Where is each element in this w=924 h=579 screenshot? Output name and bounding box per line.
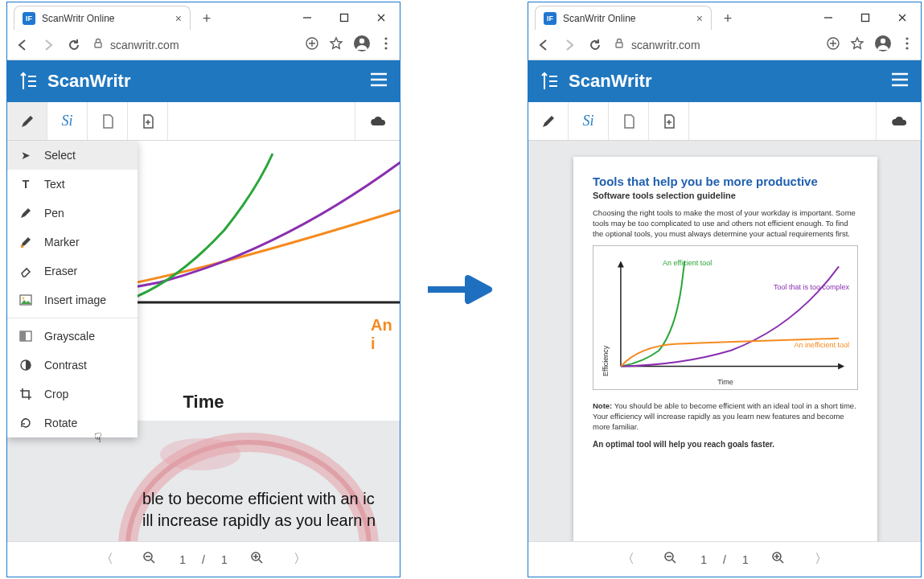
dropdown-item-rotate[interactable]: Rotate [7,409,138,437]
tool-page-button[interactable] [609,102,649,140]
tool-add-page-button[interactable] [128,102,168,140]
tool-signature-button[interactable]: Si [47,102,88,140]
page-prev-button[interactable]: 〈 [94,548,120,571]
address-bar: scanwritr.com [528,30,921,60]
page-next-button[interactable]: 〉 [287,548,313,571]
kebab-menu-icon[interactable] [901,36,913,54]
image-icon [18,294,33,306]
profile-avatar-icon[interactable] [353,35,371,55]
svg-point-7 [384,42,387,44]
toolbar: Si [528,102,921,141]
url-text: scanwritr.com [631,39,700,51]
page-prev-button[interactable]: 〈 [615,548,641,571]
doc-intro: Choosing the right tools to make the mos… [593,208,858,239]
page-current: 1 [700,553,707,566]
tool-edit-button[interactable] [528,102,569,140]
tool-edit-button[interactable] [7,102,47,140]
svg-point-12 [160,438,240,470]
document-canvas[interactable]: An i Time ble to become efficient with a… [7,141,400,541]
hamburger-menu-icon[interactable] [890,72,910,91]
eraser-icon [18,265,33,277]
tool-page-button[interactable] [88,102,128,140]
dropdown-item-marker[interactable]: Marker [7,228,138,257]
bookmark-star-icon[interactable] [329,36,343,54]
arrow-icon [426,273,499,309]
page-next-button[interactable]: 〉 [808,548,834,571]
svg-rect-1 [341,14,348,22]
new-tab-button[interactable]: + [717,7,739,30]
doc-optimal: An optimal tool will help you reach goal… [593,439,858,450]
svg-point-27 [906,42,908,44]
url-field[interactable]: scanwritr.com [614,38,815,51]
doc-note: Note: You should be able to become effic… [593,401,858,432]
zoom-plus-icon[interactable] [305,36,319,54]
doc-title: Tools that help you be more productive [593,175,858,188]
profile-avatar-icon[interactable] [874,35,892,55]
page-total: 1 [221,553,228,566]
chart-label-complex: Tool that is too complex [774,283,849,291]
app-brand: ScanWritr [47,71,131,92]
window-minimize-button[interactable] [810,6,847,30]
dropdown-item-eraser[interactable]: Eraser [7,257,138,285]
dropdown-item-grayscale[interactable]: Grayscale [7,322,138,351]
zoom-in-button[interactable] [765,548,792,572]
browser-tab[interactable]: IF ScanWritr Online × [535,6,712,30]
page-sep: / [202,553,205,566]
cloud-upload-button[interactable] [876,102,921,140]
window-maximize-button[interactable] [326,6,363,30]
svg-point-28 [906,47,908,49]
nav-forward-button[interactable] [41,38,55,52]
zoom-in-button[interactable] [244,548,271,572]
hamburger-menu-icon[interactable] [369,72,388,91]
app-header: ScanWritr [528,60,921,102]
url-field[interactable]: scanwritr.com [92,38,294,51]
svg-rect-22 [616,43,622,47]
svg-point-25 [881,38,885,43]
nav-back-button[interactable] [536,38,551,52]
pager: 〈 1 / 1 〉 [528,541,921,577]
favicon-icon: IF [23,12,35,25]
dropdown-item-contrast[interactable]: Contrast [7,351,138,380]
browser-tab[interactable]: IF ScanWritr Online × [14,6,191,30]
pager: 〈 1 / 1 〉 [7,541,400,577]
tab-title: ScanWritr Online [563,13,690,24]
tool-signature-button[interactable]: Si [569,102,609,140]
dropdown-item-insert-image[interactable]: Insert image [7,285,138,314]
tool-add-page-button[interactable] [649,102,689,140]
chart-label-efficient: An efficient tool [663,259,712,267]
chart-ylabel: Efficiency [600,254,611,376]
page-sep: / [723,553,726,566]
pen-icon [18,207,33,220]
nav-back-button[interactable] [15,38,30,52]
dropdown-item-pen[interactable]: Pen [7,199,138,228]
rotate-icon [18,417,33,429]
tab-close-icon[interactable]: × [175,12,182,25]
new-tab-button[interactable]: + [195,7,218,30]
window-minimize-button[interactable] [289,6,326,30]
dropdown-item-crop[interactable]: Crop [7,380,138,409]
cursor-icon: ➤ [18,149,33,162]
svg-rect-2 [95,43,101,47]
page-total: 1 [742,553,749,566]
tab-close-icon[interactable]: × [696,12,703,25]
page-current: 1 [179,553,186,566]
nav-reload-button[interactable] [67,38,81,52]
window-close-button[interactable] [363,6,400,30]
window-close-button[interactable] [884,6,921,30]
dropdown-item-select[interactable]: ➤Select [7,141,138,170]
kebab-menu-icon[interactable] [380,36,392,54]
url-text: scanwritr.com [110,39,179,51]
dropdown-item-text[interactable]: TText [7,170,138,199]
chart-label-inefficient: An inefficient tool [795,341,849,349]
nav-reload-button[interactable] [588,38,602,52]
zoom-out-button[interactable] [136,548,163,572]
zoom-out-button[interactable] [657,548,684,572]
window-maximize-button[interactable] [847,6,884,30]
document-canvas[interactable]: Tools that help you be more productive S… [528,141,921,541]
zoom-plus-icon[interactable] [826,36,840,54]
bookmark-star-icon[interactable] [850,36,864,54]
nav-forward-button[interactable] [562,38,577,52]
cloud-upload-button[interactable] [355,102,400,140]
svg-point-8 [384,47,387,49]
dropdown-separator [7,318,138,318]
